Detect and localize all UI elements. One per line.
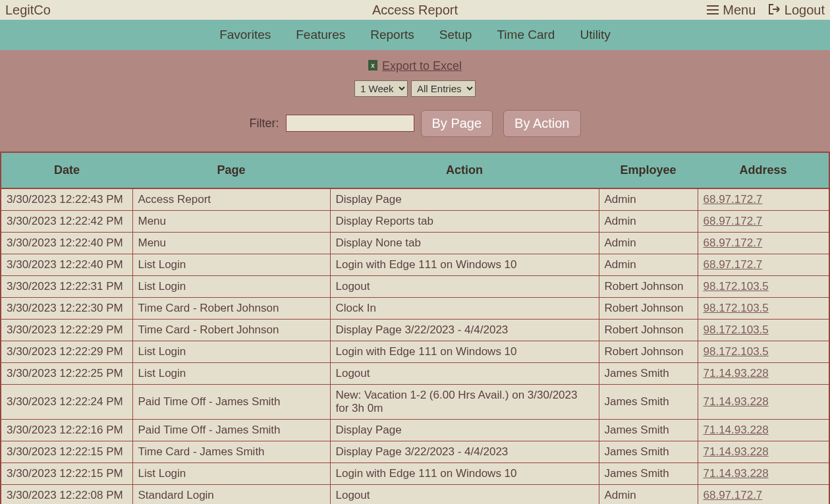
- cell-page: List Login: [132, 462, 330, 484]
- entries-select[interactable]: All Entries: [411, 80, 476, 97]
- cell-action: Display Page: [330, 419, 599, 441]
- ip-link[interactable]: 98.172.103.5: [704, 323, 769, 336]
- ip-link[interactable]: 98.172.103.5: [704, 280, 769, 293]
- period-select[interactable]: 1 Week: [354, 80, 408, 97]
- cell-action: New: Vacation 1-2 (6.00 Hrs Avail.) on 3…: [330, 384, 599, 419]
- cell-date: 3/30/2023 12:22:31 PM: [1, 275, 132, 297]
- nav-reports[interactable]: Reports: [370, 28, 414, 42]
- cell-action: Display Page 3/22/2023 - 4/4/2023: [330, 441, 599, 462]
- logout-label: Logout: [785, 3, 825, 18]
- cell-page: Time Card - Robert Johnson: [132, 319, 330, 341]
- ip-link[interactable]: 71.14.93.228: [704, 467, 769, 480]
- cell-employee: Admin: [599, 484, 698, 504]
- ip-link[interactable]: 68.97.172.7: [704, 237, 763, 249]
- table-row: 3/30/2023 12:22:15 PMList LoginLogin wit…: [1, 462, 829, 484]
- ip-link[interactable]: 71.14.93.228: [704, 424, 769, 436]
- table-row: 3/30/2023 12:22:24 PMPaid Time Off - Jam…: [1, 384, 829, 419]
- cell-address: 98.172.103.5: [698, 275, 829, 297]
- col-date[interactable]: Date: [1, 153, 132, 188]
- table-row: 3/30/2023 12:22:40 PMMenuDisplay None ta…: [1, 232, 829, 254]
- cell-address: 71.14.93.228: [698, 362, 829, 384]
- nav-time-card[interactable]: Time Card: [497, 28, 555, 42]
- cell-action: Logout: [330, 275, 599, 297]
- cell-action: Login with Edge 111 on Windows 10: [330, 341, 599, 362]
- cell-action: Logout: [330, 484, 599, 504]
- ip-link[interactable]: 71.14.93.228: [704, 445, 769, 458]
- cell-page: Menu: [132, 210, 330, 232]
- menu-label: Menu: [723, 3, 756, 18]
- menu-button[interactable]: Menu: [707, 3, 756, 18]
- table-row: 3/30/2023 12:22:08 PMStandard LoginLogou…: [1, 484, 829, 504]
- ip-link[interactable]: 71.14.93.228: [704, 395, 769, 408]
- col-page[interactable]: Page: [132, 153, 330, 188]
- ip-link[interactable]: 68.97.172.7: [704, 193, 763, 206]
- cell-employee: James Smith: [599, 384, 698, 419]
- cell-page: Paid Time Off - James Smith: [132, 384, 330, 419]
- cell-employee: James Smith: [599, 419, 698, 441]
- cell-employee: James Smith: [599, 462, 698, 484]
- cell-address: 71.14.93.228: [698, 462, 829, 484]
- cell-date: 3/30/2023 12:22:15 PM: [1, 441, 132, 462]
- hamburger-icon: [707, 3, 719, 18]
- controls-area: x Export to Excel 1 Week All Entries Fil…: [0, 50, 830, 152]
- table-row: 3/30/2023 12:22:31 PMList LoginLogoutRob…: [1, 275, 829, 297]
- table-row: 3/30/2023 12:22:29 PMList LoginLogin wit…: [1, 341, 829, 362]
- export-excel-link[interactable]: Export to Excel: [382, 59, 462, 72]
- filter-input[interactable]: [286, 115, 414, 132]
- ip-link[interactable]: 68.97.172.7: [704, 258, 763, 271]
- cell-date: 3/30/2023 12:22:25 PM: [1, 362, 132, 384]
- ip-link[interactable]: 68.97.172.7: [704, 215, 763, 227]
- cell-page: List Login: [132, 275, 330, 297]
- cell-page: List Login: [132, 362, 330, 384]
- table-row: 3/30/2023 12:22:40 PMList LoginLogin wit…: [1, 254, 829, 275]
- ip-link[interactable]: 71.14.93.228: [704, 367, 769, 379]
- table-row: 3/30/2023 12:22:43 PMAccess ReportDispla…: [1, 188, 829, 211]
- cell-action: Display Page: [330, 188, 599, 211]
- cell-date: 3/30/2023 12:22:15 PM: [1, 462, 132, 484]
- col-employee[interactable]: Employee: [599, 153, 698, 188]
- cell-date: 3/30/2023 12:22:30 PM: [1, 297, 132, 319]
- table-row: 3/30/2023 12:22:29 PMTime Card - Robert …: [1, 319, 829, 341]
- cell-employee: James Smith: [599, 441, 698, 462]
- cell-action: Display None tab: [330, 232, 599, 254]
- by-action-button[interactable]: By Action: [503, 110, 580, 137]
- ip-link[interactable]: 98.172.103.5: [704, 302, 769, 314]
- cell-date: 3/30/2023 12:22:29 PM: [1, 341, 132, 362]
- cell-date: 3/30/2023 12:22:16 PM: [1, 419, 132, 441]
- cell-address: 68.97.172.7: [698, 232, 829, 254]
- nav-setup[interactable]: Setup: [439, 28, 472, 42]
- data-section: Date Page Action Employee Address 3/30/2…: [0, 152, 830, 504]
- cell-page: Menu: [132, 232, 330, 254]
- cell-action: Login with Edge 111 on Windows 10: [330, 254, 599, 275]
- col-address[interactable]: Address: [698, 153, 829, 188]
- col-action[interactable]: Action: [330, 153, 599, 188]
- ip-link[interactable]: 68.97.172.7: [704, 489, 763, 501]
- cell-employee: Robert Johnson: [599, 297, 698, 319]
- cell-action: Display Reports tab: [330, 210, 599, 232]
- cell-date: 3/30/2023 12:22:40 PM: [1, 254, 132, 275]
- nav-features[interactable]: Features: [296, 28, 345, 42]
- cell-page: List Login: [132, 341, 330, 362]
- cell-page: Access Report: [132, 188, 330, 211]
- nav-favorites[interactable]: Favorites: [219, 28, 271, 42]
- table-header-row: Date Page Action Employee Address: [1, 153, 829, 188]
- cell-date: 3/30/2023 12:22:29 PM: [1, 319, 132, 341]
- logout-button[interactable]: Logout: [769, 3, 825, 18]
- cell-address: 71.14.93.228: [698, 384, 829, 419]
- cell-page: Time Card - James Smith: [132, 441, 330, 462]
- cell-address: 68.97.172.7: [698, 254, 829, 275]
- cell-page: Standard Login: [132, 484, 330, 504]
- access-table: Date Page Action Employee Address 3/30/2…: [0, 153, 830, 504]
- cell-address: 98.172.103.5: [698, 297, 829, 319]
- page-title: Access Report: [372, 3, 458, 17]
- nav-utility[interactable]: Utility: [580, 28, 610, 42]
- cell-action: Login with Edge 111 on Windows 10: [330, 462, 599, 484]
- cell-employee: Admin: [599, 232, 698, 254]
- top-header: LegitCo Access Report Menu Logout: [0, 0, 830, 20]
- cell-address: 98.172.103.5: [698, 319, 829, 341]
- ip-link[interactable]: 98.172.103.5: [704, 345, 769, 358]
- cell-action: Clock In: [330, 297, 599, 319]
- cell-date: 3/30/2023 12:22:08 PM: [1, 484, 132, 504]
- cell-date: 3/30/2023 12:22:24 PM: [1, 384, 132, 419]
- by-page-button[interactable]: By Page: [421, 110, 493, 137]
